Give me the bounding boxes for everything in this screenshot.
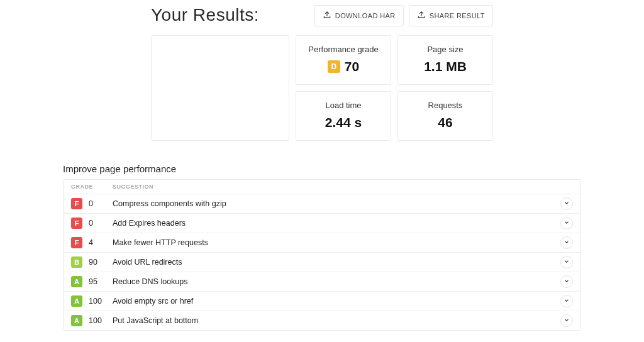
chevron-down-icon — [564, 277, 570, 286]
table-header: GRADE SUGGESTION — [64, 180, 580, 194]
table-row[interactable]: A100Put JavaScript at bottom — [64, 311, 580, 330]
score-value: 90 — [89, 258, 113, 267]
share-result-label: SHARE RESULT — [430, 12, 485, 19]
metric-label: Page size — [401, 45, 490, 54]
expand-button[interactable] — [560, 217, 573, 229]
expand-button[interactable] — [560, 197, 573, 210]
grade-badge: A — [71, 315, 82, 326]
metric-value: 70 — [345, 59, 359, 74]
suggestion-text: Avoid URL redirects — [113, 258, 560, 267]
metric-value: 46 — [401, 115, 490, 130]
suggestion-text: Put JavaScript at bottom — [113, 316, 560, 325]
share-result-button[interactable]: SHARE RESULT — [409, 5, 493, 26]
table-row[interactable]: F0Compress components with gzip — [64, 194, 580, 214]
metric-label: Load time — [299, 101, 388, 110]
table-row[interactable]: F4Make fewer HTTP requests — [64, 233, 580, 253]
score-value: 100 — [89, 316, 113, 325]
table-row[interactable]: B90Avoid URL redirects — [64, 253, 580, 272]
metric-loadtime: Load time 2.44 s — [296, 91, 391, 141]
download-har-label: DOWNLOAD HAR — [335, 12, 396, 19]
score-value: 95 — [89, 277, 113, 286]
metric-requests: Requests 46 — [397, 91, 493, 141]
chevron-down-icon — [564, 199, 570, 208]
results-grid: Performance grade D 70 Page size 1.1 MB … — [151, 35, 493, 141]
table-row[interactable]: F0Add Expires headers — [64, 214, 580, 233]
expand-button[interactable] — [560, 295, 573, 307]
col-suggestion: SUGGESTION — [113, 184, 153, 190]
table-row[interactable]: A95Reduce DNS lookups — [64, 272, 580, 292]
col-grade: GRADE — [71, 184, 113, 190]
expand-button[interactable] — [560, 236, 573, 249]
metric-label: Requests — [401, 101, 490, 110]
table-row[interactable]: A100Avoid empty src or href — [64, 292, 580, 311]
improve-section: Improve page performance GRADE SUGGESTIO… — [63, 163, 581, 331]
chevron-down-icon — [564, 219, 570, 228]
metric-value: 2.44 s — [299, 115, 388, 130]
metric-pagesize: Page size 1.1 MB — [397, 35, 493, 85]
grade-badge: A — [71, 295, 82, 307]
upload-icon — [417, 11, 426, 21]
chevron-down-icon — [564, 316, 570, 325]
upload-icon — [323, 11, 331, 21]
metric-performance: Performance grade D 70 — [296, 35, 391, 85]
suggestion-text: Make fewer HTTP requests — [113, 238, 560, 247]
chevron-down-icon — [564, 258, 570, 267]
grade-badge: F — [71, 198, 82, 209]
score-value: 0 — [89, 199, 113, 208]
metric-value: 1.1 MB — [401, 59, 490, 74]
metric-label: Performance grade — [299, 45, 388, 54]
score-value: 0 — [89, 219, 113, 228]
improve-table: GRADE SUGGESTION F0Compress components w… — [63, 179, 581, 331]
header-row: Your Results: DOWNLOAD HAR SHARE RESULT — [151, 5, 493, 26]
suggestion-text: Compress components with gzip — [113, 199, 560, 208]
grade-badge: F — [71, 237, 82, 248]
expand-button[interactable] — [560, 314, 573, 327]
screenshot-placeholder — [151, 35, 289, 141]
download-har-button[interactable]: DOWNLOAD HAR — [314, 5, 404, 26]
chevron-down-icon — [564, 238, 570, 247]
grade-badge: B — [71, 256, 82, 268]
improve-title: Improve page performance — [63, 163, 581, 174]
score-value: 100 — [89, 297, 113, 306]
grade-badge: F — [71, 218, 82, 229]
suggestion-text: Reduce DNS lookups — [113, 277, 560, 286]
suggestion-text: Add Expires headers — [113, 219, 560, 228]
page-title: Your Results: — [151, 5, 309, 25]
grade-badge: D — [328, 60, 340, 73]
expand-button[interactable] — [560, 256, 573, 268]
chevron-down-icon — [564, 297, 570, 306]
suggestion-text: Avoid empty src or href — [113, 297, 560, 306]
score-value: 4 — [89, 238, 113, 247]
grade-badge: A — [71, 276, 82, 287]
expand-button[interactable] — [560, 275, 573, 288]
